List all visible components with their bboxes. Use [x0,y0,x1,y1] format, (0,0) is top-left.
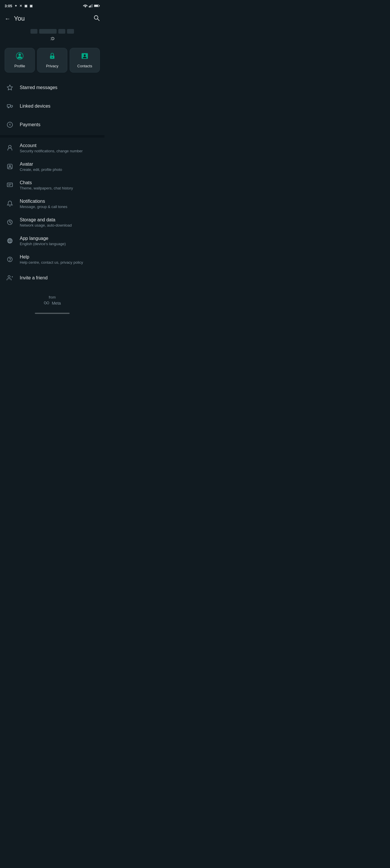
svg-rect-1 [90,5,91,7]
svg-rect-6 [99,5,100,6]
back-button[interactable]: ← [5,16,10,22]
status-icon-4: ▣ [30,4,32,8]
menu-item-avatar[interactable]: Avatar Create, edit, profile photo [0,157,104,176]
avatar-text: Avatar Create, edit, profile photo [20,162,62,172]
svg-point-9 [19,53,21,56]
privacy-icon [49,52,56,62]
blur-block-4 [67,29,74,34]
storage-text: Storage and data Network usage, auto-dow… [20,217,72,227]
svg-rect-3 [92,4,93,7]
home-bar [35,313,70,314]
page-title: You [14,15,25,22]
language-title: App language [20,236,66,241]
section-divider [0,135,104,137]
avatar-subtitle: Create, edit, profile photo [20,167,62,172]
svg-rect-0 [89,6,90,7]
star-icon [5,83,15,93]
home-indicator [0,310,104,317]
svg-line-8 [97,19,99,21]
invite-title: Invite a friend [20,275,48,281]
quick-action-privacy[interactable]: Privacy [37,48,67,72]
svg-text:₹: ₹ [9,123,11,126]
menu-item-help[interactable]: Help Help centre, contact us, privacy po… [0,250,104,269]
payments-title: Payments [20,122,40,127]
svg-point-36 [8,276,10,278]
status-icon-1: ✦ [14,4,17,8]
svg-point-12 [52,57,53,58]
language-text: App language English (device's language) [20,236,66,246]
linked-devices-title: Linked devices [20,103,51,109]
payments-text: Payments [20,122,40,127]
quick-action-contacts[interactable]: Contacts [70,48,100,72]
menu-item-language[interactable]: App language English (device's language) [0,231,104,250]
starred-messages-title: Starred messages [20,85,57,90]
help-title: Help [20,254,83,260]
blur-block-2 [39,29,57,34]
language-icon [5,236,15,246]
storage-subtitle: Network usage, auto-download [20,223,72,227]
starred-messages-text: Starred messages [20,85,57,90]
notifications-title: Notifications [20,199,67,204]
menu-item-payments[interactable]: ₹ Payments [0,116,104,134]
svg-rect-5 [94,5,98,7]
menu-item-storage[interactable]: Storage and data Network usage, auto-dow… [0,213,104,231]
help-subtitle: Help centre, contact us, privacy policy [20,260,83,265]
invite-text: Invite a friend [20,275,48,281]
help-text: Help Help centre, contact us, privacy po… [20,254,83,265]
privacy-label: Privacy [46,64,59,68]
avatar-icon [5,161,15,172]
svg-marker-15 [7,85,12,90]
chats-icon [5,180,15,190]
account-subtitle: Security notifications, change number [20,149,83,153]
search-button[interactable] [93,15,100,23]
blur-block-3 [58,29,65,34]
notifications-text: Notifications Message, group & call tone… [20,199,67,209]
profile-image-area: :D [0,27,104,45]
invite-icon [5,273,15,283]
profile-blurred: :D [30,29,74,41]
svg-point-14 [84,55,86,57]
quick-action-profile[interactable]: Profile [5,48,35,72]
signal-icon [89,4,93,7]
menu-item-account[interactable]: Account Security notifications, change n… [0,139,104,157]
wifi-icon [83,4,88,7]
account-icon [5,143,15,153]
profile-status: :D [50,36,55,41]
linked-devices-icon [5,101,15,112]
chats-title: Chats [20,180,73,185]
storage-icon [5,217,15,227]
svg-point-24 [9,165,11,167]
menu-item-starred-messages[interactable]: Starred messages [0,78,104,97]
payments-icon: ₹ [5,120,15,130]
menu-item-linked-devices[interactable]: Linked devices [0,97,104,116]
svg-rect-16 [7,105,10,107]
chats-subtitle: Theme, wallpapers, chat history [20,186,73,190]
svg-point-35 [9,260,10,261]
contacts-icon [81,52,89,62]
status-time: 3:05 ✦ ✕ ▣ ▣ [5,4,32,8]
profile-label: Profile [14,64,25,68]
footer: from Meta [0,288,104,310]
menu-item-invite[interactable]: Invite a friend [0,269,104,287]
avatar-title: Avatar [20,162,62,167]
blur-block-1 [30,29,37,34]
status-bar: 3:05 ✦ ✕ ▣ ▣ [0,0,104,10]
notifications-icon [5,198,15,209]
footer-brand-label: Meta [52,301,61,306]
storage-title: Storage and data [20,217,72,222]
status-icon-2: ✕ [20,4,22,8]
profile-name-blur [30,29,74,34]
linked-devices-text: Linked devices [20,103,51,109]
meta-logo-icon [43,301,50,306]
notifications-subtitle: Message, group & call tones [20,205,67,209]
svg-rect-17 [10,105,12,107]
menu-item-chats[interactable]: Chats Theme, wallpapers, chat history [0,176,104,194]
svg-rect-25 [7,183,12,187]
svg-rect-2 [91,5,92,7]
footer-meta: Meta [43,301,61,306]
account-text: Account Security notifications, change n… [20,143,83,153]
profile-icon [16,52,24,62]
status-right-icons [83,4,100,7]
battery-icon [94,4,100,7]
menu-item-notifications[interactable]: Notifications Message, group & call tone… [0,194,104,213]
